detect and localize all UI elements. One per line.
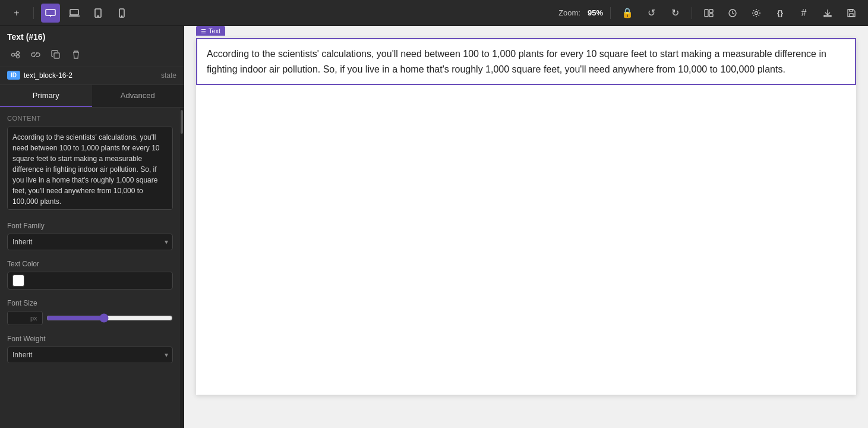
scrollbar [180, 108, 184, 428]
duplicate-button[interactable] [48, 46, 64, 63]
svg-point-17 [17, 52, 20, 55]
text-badge: ☰ Text [196, 26, 225, 36]
zoom-label: Zoom: [558, 8, 580, 17]
font-size-row: px [7, 311, 173, 325]
zoom-value: 95% [588, 8, 603, 17]
sidebar-tabs: Primary Advanced [0, 85, 184, 108]
id-badge: ID [7, 71, 20, 80]
sidebar-title: Text (#16) [7, 32, 176, 42]
svg-rect-10 [709, 10, 713, 12]
element-id: text_block-16-2 [24, 71, 157, 80]
settings-button[interactable] [747, 4, 766, 23]
text-color-label: Text Color [7, 260, 173, 268]
font-weight-select-wrapper: Inherit 400 600 700 [7, 347, 173, 363]
divider-2 [610, 7, 611, 19]
scroll-thumb[interactable] [181, 110, 183, 134]
lock-button[interactable]: 🔒 [618, 4, 637, 23]
svg-rect-9 [705, 10, 708, 17]
main-area: Text (#16) ID text_block-16-2 state [0, 26, 868, 428]
svg-point-8 [121, 15, 122, 16]
color-field-row [7, 272, 173, 289]
grid-button[interactable]: # [794, 4, 813, 23]
svg-point-6 [97, 15, 99, 17]
content-section-label: Content [7, 115, 173, 122]
svg-line-20 [14, 55, 17, 56]
font-size-label: Font Size [7, 299, 173, 307]
selected-text-block[interactable]: According to the scientists' calculation… [196, 38, 856, 85]
divider-1 [33, 7, 34, 19]
state-label: state [161, 71, 176, 80]
text-badge-icon: ☰ [201, 28, 206, 34]
sidebar-header: Text (#16) [0, 26, 184, 67]
group-button[interactable] [7, 46, 24, 63]
font-weight-group: Font Weight Inherit 400 600 700 [7, 335, 173, 363]
top-toolbar: + Zoom: 95% 🔒 ↺ ↻ {} # [0, 0, 868, 26]
svg-point-16 [12, 54, 15, 56]
phone-view-button[interactable] [112, 4, 131, 23]
laptop-view-button[interactable] [65, 4, 84, 23]
content-textarea[interactable] [7, 127, 173, 210]
canvas-area: ☰ Text According to the scientists' calc… [184, 26, 868, 428]
font-size-slider-wrap [46, 312, 173, 324]
code-button[interactable]: {} [771, 4, 790, 23]
font-size-input[interactable] [11, 314, 30, 322]
canvas-inner: ☰ Text According to the scientists' calc… [196, 38, 856, 395]
tab-primary[interactable]: Primary [0, 85, 92, 107]
desktop-view-button[interactable] [41, 4, 60, 23]
sidebar-content: Content Font Family Inherit Arial Georgi… [0, 108, 180, 428]
svg-rect-11 [709, 14, 713, 17]
svg-rect-3 [70, 10, 78, 15]
sidebar-actions [7, 46, 176, 63]
svg-point-13 [755, 11, 758, 14]
font-family-select-wrapper: Inherit Arial Georgia Times New Roman He… [7, 234, 173, 250]
layout-button[interactable] [699, 4, 718, 23]
font-size-input-wrap: px [7, 311, 43, 325]
delete-button[interactable] [68, 46, 84, 63]
redo-button[interactable]: ↻ [665, 4, 684, 23]
font-size-unit: px [30, 314, 37, 322]
link-button[interactable] [27, 46, 44, 63]
font-family-select[interactable]: Inherit Arial Georgia Times New Roman He… [7, 234, 173, 250]
undo-button[interactable]: ↺ [642, 4, 661, 23]
font-weight-select[interactable]: Inherit 400 600 700 [7, 347, 173, 363]
save-button[interactable] [842, 4, 861, 23]
history-button[interactable] [723, 4, 742, 23]
svg-rect-15 [850, 10, 853, 11]
text-badge-label: Text [209, 27, 220, 34]
tab-advanced[interactable]: Advanced [92, 85, 184, 107]
svg-rect-14 [850, 14, 853, 17]
export-button[interactable] [818, 4, 837, 23]
svg-line-19 [14, 54, 17, 54]
add-button[interactable]: + [7, 4, 26, 23]
font-weight-label: Font Weight [7, 335, 173, 343]
svg-rect-21 [54, 53, 59, 58]
svg-rect-0 [46, 10, 55, 15]
left-sidebar: Text (#16) ID text_block-16-2 state [0, 26, 184, 428]
font-size-slider[interactable] [46, 313, 173, 323]
svg-point-18 [17, 55, 20, 58]
font-family-group: Font Family Inherit Arial Georgia Times … [7, 222, 173, 250]
font-size-group: Font Size px [7, 299, 173, 325]
tablet-view-button[interactable] [89, 4, 108, 23]
color-swatch[interactable] [12, 275, 24, 287]
font-family-label: Font Family [7, 222, 173, 230]
text-color-group: Text Color [7, 260, 173, 289]
divider-3 [692, 7, 692, 19]
id-row: ID text_block-16-2 state [0, 67, 184, 85]
